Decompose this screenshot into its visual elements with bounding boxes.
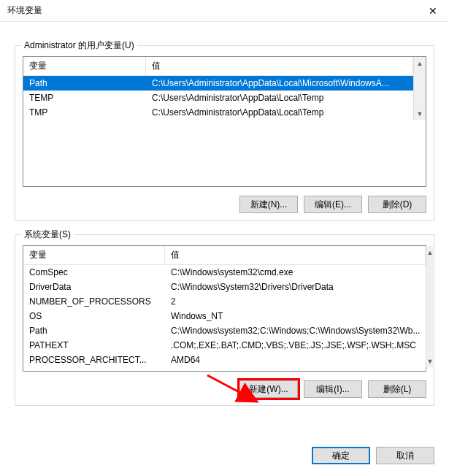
system-vars-list[interactable]: 变量 值 ComSpecC:\Windows\system32\cmd.exeD…: [23, 245, 426, 372]
user-vars-label: Administrator 的用户变量(U): [21, 39, 137, 52]
table-row[interactable]: TMPC:\Users\Administrator\AppData\Local\…: [23, 105, 413, 120]
cell-variable: TMP: [23, 105, 146, 120]
sys-list-header: 变量 值: [23, 246, 426, 265]
table-row[interactable]: PathC:\Windows\system32;C:\Windows;C:\Wi…: [23, 323, 426, 338]
cell-value: 2: [165, 294, 426, 309]
cell-variable: PROCESSOR_ARCHITECT...: [23, 353, 165, 367]
system-vars-label: 系统变量(S): [21, 229, 74, 241]
cell-value: AMD64: [165, 353, 426, 367]
cell-value: C:\Windows\system32\cmd.exe: [165, 265, 426, 280]
sys-edit-button[interactable]: 编辑(I)...: [304, 380, 362, 398]
cell-value: Windows_NT: [165, 309, 426, 323]
col-value[interactable]: 值: [146, 57, 413, 75]
window-title: 环境变量: [7, 4, 42, 17]
cell-variable: DriverData: [23, 280, 165, 294]
cancel-button[interactable]: 取消: [376, 447, 434, 464]
col-value[interactable]: 值: [165, 246, 426, 264]
table-row[interactable]: DriverDataC:\Windows\System32\Drivers\Dr…: [23, 280, 426, 294]
dialog-footer: 确定 取消: [0, 439, 449, 476]
cell-variable: NUMBER_OF_PROCESSORS: [23, 294, 165, 309]
table-row[interactable]: NUMBER_OF_PROCESSORS2: [23, 294, 426, 309]
scrollbar[interactable]: ▲ ▼: [426, 246, 433, 367]
cell-variable: PATHEXT: [23, 338, 165, 353]
user-vars-list[interactable]: 变量 值 PathC:\Users\Administrator\AppData\…: [23, 56, 426, 187]
sys-new-button[interactable]: 新建(W)...: [239, 380, 298, 398]
scroll-down-icon[interactable]: ▼: [426, 355, 433, 367]
cell-variable: Path: [23, 76, 146, 91]
cell-value: .COM;.EXE;.BAT;.CMD;.VBS;.VBE;.JS;.JSE;.…: [165, 338, 426, 353]
table-row[interactable]: PROCESSOR_ARCHITECT...AMD64: [23, 353, 426, 367]
user-vars-group: Administrator 的用户变量(U) 变量 值 PathC:\Users…: [15, 45, 434, 221]
scrollbar[interactable]: ▲ ▼: [413, 57, 426, 120]
cell-value: C:\Users\Administrator\AppData\Local\Tem…: [146, 91, 413, 105]
titlebar: 环境变量 ✕: [0, 0, 449, 22]
scroll-up-icon[interactable]: ▲: [414, 57, 426, 69]
col-variable[interactable]: 变量: [23, 57, 146, 75]
user-edit-button[interactable]: 编辑(E)...: [304, 196, 362, 213]
user-new-button[interactable]: 新建(N)...: [239, 196, 298, 213]
ok-button[interactable]: 确定: [312, 447, 370, 464]
table-row[interactable]: TEMPC:\Users\Administrator\AppData\Local…: [23, 91, 413, 105]
user-list-header: 变量 值: [23, 57, 413, 76]
table-row[interactable]: ComSpecC:\Windows\system32\cmd.exe: [23, 265, 426, 280]
col-variable[interactable]: 变量: [23, 246, 165, 264]
table-row[interactable]: OSWindows_NT: [23, 309, 426, 323]
close-icon[interactable]: ✕: [417, 0, 449, 22]
cell-variable: ComSpec: [23, 265, 165, 280]
cell-value: C:\Users\Administrator\AppData\Local\Mic…: [146, 76, 413, 91]
cell-value: C:\Windows\System32\Drivers\DriverData: [165, 280, 426, 294]
scroll-up-icon[interactable]: ▲: [426, 246, 433, 258]
sys-delete-button[interactable]: 删除(L): [368, 380, 426, 398]
cell-variable: OS: [23, 309, 165, 323]
table-row[interactable]: PathC:\Users\Administrator\AppData\Local…: [23, 76, 413, 91]
scroll-down-icon[interactable]: ▼: [414, 107, 426, 120]
system-vars-group: 系统变量(S) 变量 值 ComSpecC:\Windows\system32\…: [15, 234, 434, 406]
user-delete-button[interactable]: 删除(D): [368, 196, 426, 213]
cell-variable: Path: [23, 323, 165, 338]
table-row[interactable]: PATHEXT.COM;.EXE;.BAT;.CMD;.VBS;.VBE;.JS…: [23, 338, 426, 353]
cell-variable: TEMP: [23, 91, 146, 105]
cell-value: C:\Windows\system32;C:\Windows;C:\Window…: [165, 323, 426, 338]
cell-value: C:\Users\Administrator\AppData\Local\Tem…: [146, 105, 413, 120]
